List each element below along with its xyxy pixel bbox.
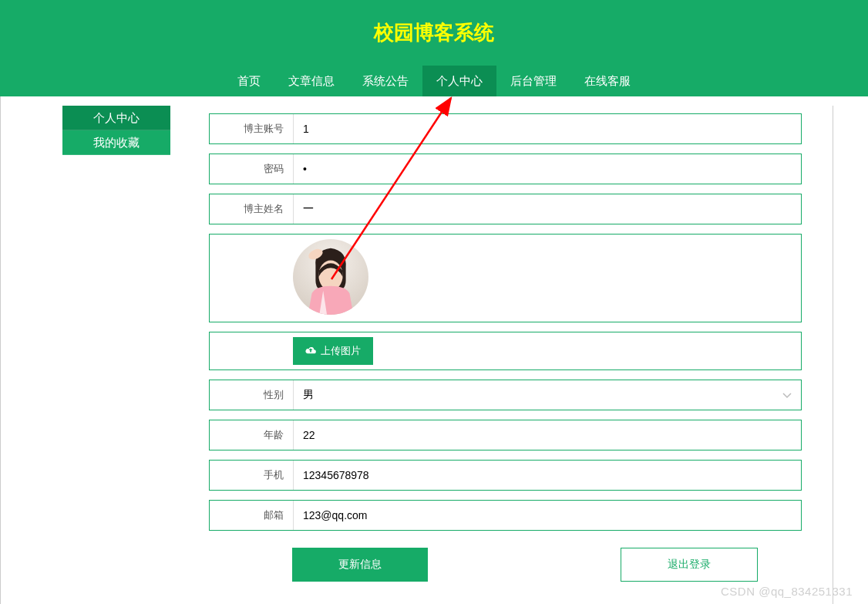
label-account: 博主账号 [210,122,293,136]
sidebar-item-favorites[interactable]: 我的收藏 [62,130,170,155]
site-title: 校园博客系统 [374,19,494,46]
input-email[interactable] [293,501,801,530]
input-account[interactable] [293,114,801,143]
field-gender: 性别 [209,380,802,410]
nav-admin[interactable]: 后台管理 [496,66,570,96]
field-avatar [209,234,802,322]
nav-articles[interactable]: 文章信息 [274,66,348,96]
field-upload: 上传图片 [209,332,802,370]
select-gender[interactable] [293,380,801,410]
field-account: 博主账号 [209,113,802,144]
nav-home[interactable]: 首页 [224,66,274,96]
top-nav: 首页 文章信息 系统公告 个人中心 后台管理 在线客服 [0,66,868,96]
nav-announcements[interactable]: 系统公告 [348,66,422,96]
update-button[interactable]: 更新信息 [292,548,428,582]
action-buttons: 更新信息 退出登录 [209,548,802,582]
upload-label: 上传图片 [321,344,361,358]
sidebar-item-profile[interactable]: 个人中心 [62,106,170,130]
nav-profile[interactable]: 个人中心 [422,66,496,96]
logout-button[interactable]: 退出登录 [621,548,758,582]
profile-form: 博主账号 密码 博主姓名 [170,106,833,604]
label-phone: 手机 [210,468,293,482]
avatar [293,239,368,315]
cloud-upload-icon [305,346,316,357]
field-email: 邮箱 [209,500,802,531]
input-age[interactable] [293,420,801,450]
input-password[interactable] [293,154,801,184]
field-name: 博主姓名 [209,194,802,224]
label-password: 密码 [210,162,293,176]
sidebar: 个人中心 我的收藏 [62,106,170,604]
input-phone[interactable] [293,461,801,490]
watermark: CSDN @qq_834251331 [721,585,853,598]
nav-support[interactable]: 在线客服 [570,66,644,96]
label-age: 年龄 [210,428,293,442]
label-name: 博主姓名 [210,202,293,216]
main-container: 个人中心 我的收藏 博主账号 密码 博主姓名 [0,96,868,604]
upload-button[interactable]: 上传图片 [293,337,373,365]
field-phone: 手机 [209,460,802,491]
field-password: 密码 [209,154,802,184]
field-age: 年龄 [209,420,802,450]
label-email: 邮箱 [210,508,293,522]
input-name[interactable] [293,194,801,224]
label-gender: 性别 [210,388,293,402]
header-banner: 校园博客系统 [0,0,868,66]
